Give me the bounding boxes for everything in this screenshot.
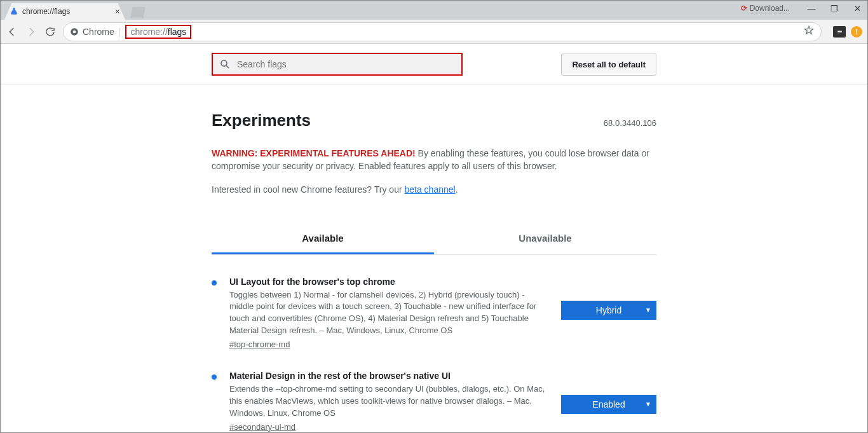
flag-hash-link[interactable]: #top-chrome-md	[229, 340, 290, 349]
maximize-button[interactable]: ❐	[827, 2, 842, 15]
flask-icon	[10, 7, 18, 16]
toolbar-right-icons: ••• !	[833, 26, 862, 38]
chevron-down-icon: ▼	[645, 401, 651, 408]
version-label: 68.0.3440.106	[604, 118, 656, 128]
chrome-icon	[70, 27, 79, 36]
tab-unavailable[interactable]: Unavailable	[434, 224, 656, 254]
svg-point-1	[73, 30, 76, 33]
tab-available[interactable]: Available	[212, 224, 434, 254]
flag-item: UI Layout for the browser's top chrome T…	[212, 277, 656, 349]
beta-text: Interested in cool new Chrome features? …	[212, 184, 656, 195]
flags-list: UI Layout for the browser's top chrome T…	[212, 277, 656, 432]
flag-select[interactable]: Enabled ▼	[561, 395, 656, 414]
flag-title: Material Design in the rest of the brows…	[229, 371, 548, 381]
search-icon	[219, 58, 231, 70]
search-input[interactable]	[237, 59, 455, 69]
download-indicator[interactable]: ⟳ Download...	[741, 4, 790, 13]
tab-title: chrome://flags	[22, 7, 70, 16]
extension-icon[interactable]: •••	[833, 26, 846, 38]
reload-button[interactable]	[44, 25, 57, 38]
flag-select[interactable]: Hybrid ▼	[561, 301, 656, 320]
status-dot-icon	[212, 375, 217, 380]
chevron-down-icon: ▼	[645, 306, 651, 313]
address-bar[interactable]: Chrome | chrome://flags	[63, 22, 822, 41]
forward-button[interactable]	[25, 25, 37, 38]
url-text: chrome://flags	[125, 25, 191, 39]
minimize-button[interactable]: —	[804, 2, 819, 15]
main-column: Experiments 68.0.3440.106 WARNING: EXPER…	[212, 85, 656, 432]
status-dot-icon	[212, 280, 217, 285]
flag-item: Material Design in the rest of the brows…	[212, 371, 656, 432]
window-controls: ⟳ Download... — ❐ ✕	[741, 2, 865, 15]
back-button[interactable]	[6, 25, 18, 38]
close-button[interactable]: ✕	[850, 2, 865, 15]
tabs: Available Unavailable	[212, 224, 656, 255]
browser-tab[interactable]: chrome://flags ×	[4, 3, 125, 20]
flag-description: Toggles between 1) Normal - for clamshel…	[229, 289, 548, 337]
flag-hash-link[interactable]: #secondary-ui-md	[229, 422, 295, 432]
page-content: Reset all to default Experiments 68.0.34…	[1, 44, 867, 433]
flag-description: Extends the --top-chrome-md setting to s…	[229, 383, 548, 420]
warning-text: WARNING: EXPERIMENTAL FEATURES AHEAD! By…	[212, 147, 656, 173]
flag-title: UI Layout for the browser's top chrome	[229, 277, 548, 287]
bookmark-star-icon[interactable]	[803, 25, 815, 38]
page-title: Experiments	[212, 111, 311, 130]
browser-toolbar: Chrome | chrome://flags ••• !	[1, 20, 867, 44]
reset-button[interactable]: Reset all to default	[561, 53, 656, 76]
sync-icon: ⟳	[741, 4, 747, 13]
search-flags-box[interactable]	[212, 53, 463, 76]
search-bar-row: Reset all to default	[1, 44, 867, 85]
profile-avatar[interactable]: !	[851, 26, 862, 38]
titlebar: chrome://flags × ⟳ Download... — ❐ ✕	[1, 1, 867, 20]
tab-close-icon[interactable]: ×	[115, 6, 120, 17]
beta-link[interactable]: beta channel	[404, 184, 455, 195]
svg-point-2	[221, 60, 227, 66]
svg-line-3	[226, 65, 229, 68]
origin-chip: Chrome |	[70, 27, 120, 37]
new-tab-button[interactable]	[130, 7, 146, 18]
